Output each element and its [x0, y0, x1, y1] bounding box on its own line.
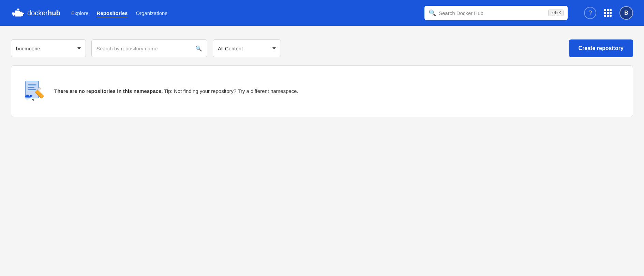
chevron-down-icon	[77, 47, 81, 49]
empty-state-message: There are no repositories in this namesp…	[54, 87, 298, 95]
logo-hub-text: hub	[48, 9, 60, 17]
logo-link[interactable]: docker hub	[11, 6, 60, 20]
nav-repositories[interactable]: Repositories	[97, 9, 128, 17]
user-initial: B	[624, 10, 628, 16]
repo-search-input[interactable]	[96, 46, 193, 51]
global-search-input[interactable]	[439, 10, 545, 16]
namespace-selector[interactable]: boemoone	[11, 39, 86, 57]
nav-links: Explore Repositories Organizations	[71, 9, 414, 17]
content-filter-dropdown[interactable]: All Content	[213, 39, 281, 57]
svg-rect-8	[28, 84, 36, 85]
logo-docker-text: docker	[27, 9, 48, 17]
main-content: boemoone 🔍 All Content Create repository	[0, 26, 644, 276]
create-repository-button[interactable]: Create repository	[569, 39, 633, 57]
apps-button[interactable]	[602, 7, 614, 19]
help-button[interactable]: ?	[584, 7, 596, 19]
grid-icon	[604, 9, 612, 17]
docker-logo-icon	[11, 6, 25, 20]
nav-right: ? B	[584, 6, 633, 20]
svg-marker-12	[32, 98, 34, 101]
nav-explore[interactable]: Explore	[71, 9, 89, 17]
empty-state-bold: There are no repositories in this namesp…	[54, 88, 163, 94]
empty-state-tip: Tip: Not finding your repository? Try a …	[163, 88, 298, 94]
svg-point-6	[14, 15, 15, 16]
repo-search-bar[interactable]: 🔍	[91, 39, 207, 57]
filter-chevron-down-icon	[272, 47, 276, 49]
svg-rect-9	[28, 87, 34, 88]
toolbar: boemoone 🔍 All Content Create repository	[11, 39, 633, 57]
global-search-bar[interactable]: 🔍 ctrl+K	[424, 6, 568, 20]
namespace-value: boemoone	[16, 46, 75, 51]
navbar: docker hub Explore Repositories Organiza…	[0, 0, 644, 26]
kbd-shortcut-hint: ctrl+K	[548, 10, 564, 16]
logo-text: docker hub	[27, 9, 60, 17]
content-filter-value: All Content	[218, 46, 270, 51]
svg-rect-10	[28, 89, 36, 90]
user-avatar[interactable]: B	[619, 6, 633, 20]
search-icon: 🔍	[429, 9, 436, 17]
svg-rect-5	[17, 9, 19, 10]
empty-state-card: There are no repositories in this namesp…	[11, 65, 633, 117]
nav-organizations[interactable]: Organizations	[136, 9, 167, 17]
repo-search-icon: 🔍	[195, 45, 202, 52]
empty-state-illustration	[22, 79, 46, 103]
help-icon: ?	[588, 10, 592, 17]
